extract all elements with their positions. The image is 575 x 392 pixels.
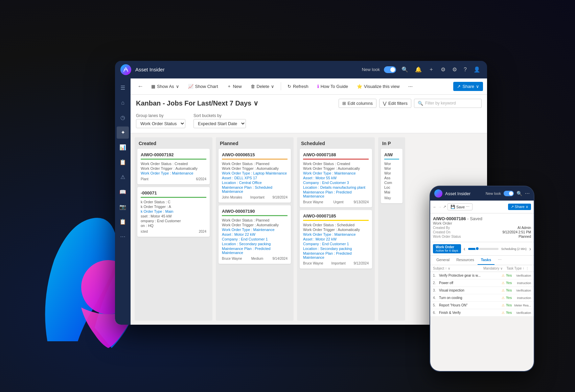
mobile-save-button[interactable]: 💾 Save ⋯ xyxy=(447,203,473,210)
task-warning-icon-5: ⚠ xyxy=(502,303,505,307)
group-sort-row: Group lanes by Work Order Status Sort bu… xyxy=(136,111,482,130)
new-look-label: New look xyxy=(362,67,380,72)
mobile-forward-icon[interactable]: → xyxy=(438,205,442,209)
mobile-progress-prev-icon[interactable]: ‹ xyxy=(464,246,465,252)
table-icon: ▦ xyxy=(151,84,155,89)
keyword-filter-input[interactable]: 🔍 Filter by keyword xyxy=(414,99,482,108)
kanban-column-scheduled: Scheduled AIWO-00007188 Work Order Statu… xyxy=(297,137,375,321)
filter-icon[interactable]: ⚙ xyxy=(439,65,447,74)
edit-filters-button[interactable]: ⋁ Edit filters xyxy=(379,99,411,108)
visualize-button[interactable]: ⭐ Visualize this view xyxy=(353,82,403,91)
app-title: Asset Insider xyxy=(135,67,165,72)
card-aiwo-00007188[interactable]: AIWO-00007188 Work Order Status : Create… xyxy=(300,149,372,207)
sidebar-camera-icon[interactable]: 📷 xyxy=(117,201,129,213)
card-footer-planned-1: John Morales Important 9/18/2024 xyxy=(222,195,288,199)
mobile-tab-tasks[interactable]: Tasks xyxy=(478,256,495,265)
card-000071[interactable]: -000071 k Order Status : C k Order Trigg… xyxy=(137,187,210,237)
filter-funnel-icon: ⋁ xyxy=(383,101,387,106)
sidebar-book-icon[interactable]: 📖 xyxy=(117,186,129,198)
mobile-share-button[interactable]: ↗ Share ∨ xyxy=(508,204,531,210)
share-button[interactable]: ↗ Share ∨ xyxy=(453,82,483,91)
sidebar-menu-icon[interactable]: ☰ xyxy=(117,82,129,94)
mobile-record-header: AIWO-00007186 - Saved Work Order Created… xyxy=(430,213,534,242)
page-title-chevron[interactable]: ∨ xyxy=(253,99,258,107)
save-icon: 💾 xyxy=(451,205,455,209)
show-as-button[interactable]: ▦ Show As ∨ xyxy=(147,82,183,91)
delete-button[interactable]: 🗑 Delete ∨ xyxy=(247,82,278,91)
columns-icon: ⊞ xyxy=(342,101,346,106)
mobile-tab-general[interactable]: General xyxy=(433,256,453,265)
settings-icon[interactable]: ⚙ xyxy=(451,65,458,74)
toolbar: ← ▦ Show As ∨ 📈 Show Chart ＋ New 🗑 Delet… xyxy=(131,78,487,95)
add-icon[interactable]: ＋ xyxy=(427,65,435,74)
sidebar-pin-icon[interactable]: ✦ xyxy=(117,126,129,139)
sidebar-more-icon[interactable]: ⋯ xyxy=(117,231,129,243)
tasks-col-actions: ⋮ xyxy=(526,267,531,270)
new-look-toggle[interactable] xyxy=(384,66,396,73)
task-warning-icon-2: ⚠ xyxy=(502,281,505,285)
show-chart-button[interactable]: 📈 Show Chart xyxy=(184,82,222,91)
mobile-field-created-on: Created On 9/12/2024 2:51 PM xyxy=(433,230,531,234)
edit-columns-button[interactable]: ⊞ Edit columns xyxy=(339,99,376,108)
refresh-button[interactable]: ↻ Refresh xyxy=(284,82,312,91)
sidebar-home-icon[interactable]: ⌂ xyxy=(117,97,129,109)
how-to-guide-button[interactable]: ℹ How To Guide xyxy=(314,82,352,91)
task-row-3[interactable]: 3. Visual inspection ⚠ Yes Verification xyxy=(430,287,534,294)
task-row-6[interactable]: 6. Finish & Verify ⚠ Yes Verification xyxy=(430,309,534,317)
task-warning-icon-4: ⚠ xyxy=(502,296,505,300)
share-icon: ↗ xyxy=(457,84,461,89)
page-title-row: Kanban - Jobs For Last/Next 7 Days ∨ ⊞ E… xyxy=(136,99,482,108)
mobile-external-icon[interactable]: ↗ xyxy=(443,205,446,209)
mobile-content: ← → ↗ 💾 Save ⋯ ↗ Share ∨ AIWO-00007186 -… xyxy=(430,201,534,371)
mobile-top-nav: Asset Insider New look 🔍 ⋯ xyxy=(430,186,534,201)
mobile-field-status: Work Order Status Planned xyxy=(433,235,531,238)
mobile-progress-section: Work Order Active for 6 days ‹ Schedulin… xyxy=(430,242,534,256)
search-icon[interactable]: 🔍 xyxy=(400,65,410,74)
column-header-in-progress: In P xyxy=(378,137,405,149)
help-icon[interactable]: ? xyxy=(462,65,468,74)
mobile-search-icon[interactable]: 🔍 xyxy=(516,191,522,196)
sidebar-chart-icon[interactable]: 📊 xyxy=(117,141,129,154)
back-button[interactable]: ← xyxy=(135,82,146,91)
mobile-progress-label: Work Order Active for 6 days xyxy=(433,244,461,253)
mobile-tab-resources[interactable]: Resources xyxy=(453,256,478,265)
mobile-tab-more[interactable]: ⋯ xyxy=(495,256,505,265)
card-aiwo-00007185[interactable]: AIWO-00007185 Work Order Status : Schedu… xyxy=(300,210,372,269)
mobile-new-look-label: New look xyxy=(486,191,501,195)
column-cards-in-progress: AIW Wor Wor Wor Ass Com Loc Mai Way xyxy=(378,149,405,321)
task-row-2[interactable]: 2. Power off ⚠ Yes Instruction xyxy=(430,279,534,287)
mobile-toolbar: ← → ↗ 💾 Save ⋯ ↗ Share ∨ xyxy=(430,201,534,213)
group-lanes-select[interactable]: Work Order Status xyxy=(136,119,185,128)
sort-buckets-select[interactable]: Expected Start Date xyxy=(193,119,246,128)
card-aiw-partial[interactable]: AIW Wor Wor Wor Ass Com Loc Mai Way xyxy=(381,149,402,203)
column-cards-planned: AIWO-00006515 Work Order Status : Planne… xyxy=(216,149,294,321)
mobile-toggle[interactable] xyxy=(504,191,514,196)
sidebar-list-icon[interactable]: 📋 xyxy=(117,156,129,168)
mobile-back-icon[interactable]: ← xyxy=(433,205,437,209)
mobile-tasks-header: Subject ↑ ∨ Mandatory ∨ Task Type ↑ ⋮ xyxy=(430,265,534,272)
column-header-planned: Planned xyxy=(216,137,294,149)
task-row-4[interactable]: 4. Turn on cooling ⚠ Yes Instruction xyxy=(430,294,534,302)
sidebar-clipboard-icon[interactable]: 📋 xyxy=(117,216,129,228)
column-header-scheduled: Scheduled xyxy=(297,137,375,149)
sidebar-recent-icon[interactable]: ◷ xyxy=(117,112,129,124)
sidebar-alert-icon[interactable]: ⚠ xyxy=(117,171,129,183)
kanban-column-planned: Planned AIWO-00006515 Work Order Status … xyxy=(216,137,294,321)
left-sidebar: ☰ ⌂ ◷ ✦ 📊 📋 ⚠ 📖 📷 📋 ⋯ xyxy=(115,78,131,325)
account-icon[interactable]: 👤 xyxy=(472,65,482,74)
mobile-more-icon[interactable]: ⋯ xyxy=(525,191,530,196)
task-row-5[interactable]: 5. Report "Hours ON" ⚠ Yes Meter Rea... xyxy=(430,302,534,309)
more-button[interactable]: ⋯ xyxy=(405,82,416,91)
page-title-actions: ⊞ Edit columns ⋁ Edit filters 🔍 Filter b… xyxy=(339,99,482,108)
new-button[interactable]: ＋ New xyxy=(223,81,246,91)
card-aiwo-00007190[interactable]: AIWO-00007190 Work Order Status : Planne… xyxy=(218,205,291,264)
task-row-1[interactable]: 1. Verify Protective gear is w... ⚠ Yes … xyxy=(430,272,534,279)
notifications-icon[interactable]: 🔔 xyxy=(414,65,423,74)
mobile-progress-step-label: Scheduling (2 Min) xyxy=(501,247,527,251)
mobile-device: Asset Insider New look 🔍 ⋯ ← → ↗ 💾 Save … xyxy=(430,186,534,372)
mobile-progress-next-icon[interactable]: › xyxy=(529,246,531,252)
card-aiwo-00006515[interactable]: AIWO-00006515 Work Order Status : Planne… xyxy=(218,149,291,203)
mobile-tabs: General Resources Tasks ⋯ xyxy=(430,256,534,265)
mobile-progress-bar xyxy=(468,248,499,250)
card-aiwo-00007192[interactable]: AIWO-00007192 Work Order Status : Create… xyxy=(137,149,210,184)
